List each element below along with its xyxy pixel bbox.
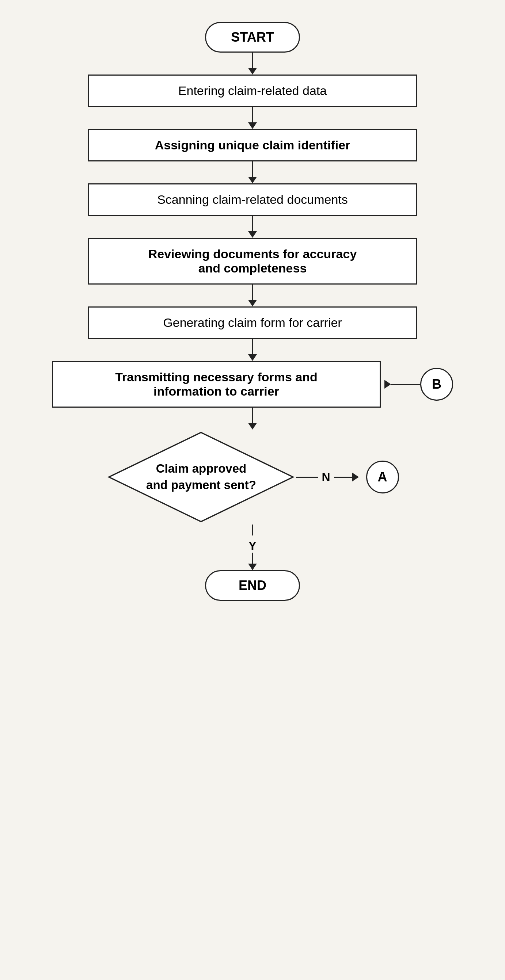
arrow-4 [248, 216, 257, 238]
decision-node: Claim approved and payment sent? [106, 430, 296, 525]
arrow-5 [248, 285, 257, 307]
y-label: Y [249, 539, 256, 553]
step6-row: Transmitting necessary forms and informa… [51, 361, 454, 407]
step4-node: Reviewing documents for accuracy and com… [88, 238, 417, 285]
connector-a: A [366, 461, 399, 493]
decision-row: Claim approved and payment sent? N A [51, 430, 454, 525]
step2-label: Assigning unique claim identifier [155, 138, 350, 152]
step6-node: Transmitting necessary forms and informa… [52, 361, 381, 407]
n-label: N [322, 471, 330, 484]
end-label: END [239, 578, 266, 593]
step1-label: Entering claim-related data [178, 84, 327, 97]
b-label: B [432, 377, 441, 392]
start-label: START [231, 30, 274, 45]
step5-node: Generating claim form for carrier [88, 307, 417, 339]
end-node: END [205, 570, 300, 601]
decision-label1: Claim approved [146, 461, 256, 477]
step5-label: Generating claim form for carrier [163, 316, 342, 329]
step1-node: Entering claim-related data [88, 75, 417, 107]
decision-label2: and payment sent? [146, 477, 256, 493]
a-label: A [378, 469, 387, 485]
arrow-2 [248, 107, 257, 129]
connector-b: B [420, 368, 453, 401]
start-node: START [205, 22, 300, 52]
step4-label2: and completeness [104, 261, 401, 275]
arrow-1 [248, 52, 257, 75]
step3-node: Scanning claim-related documents [88, 183, 417, 216]
b-connector-group: B [384, 368, 453, 401]
step6-label2: information to carrier [68, 384, 365, 398]
arrow-3 [248, 161, 257, 183]
step3-label: Scanning claim-related documents [157, 192, 348, 206]
step4-label: Reviewing documents for accuracy [104, 247, 401, 261]
n-connector-group: N A [296, 461, 399, 493]
step6-label1: Transmitting necessary forms and [68, 370, 365, 384]
flowchart: START Entering claim-related data Assign… [0, 0, 505, 980]
yes-branch: Y [248, 525, 257, 570]
arrow-6 [248, 339, 257, 361]
arrow-7 [248, 407, 257, 430]
decision-text: Claim approved and payment sent? [146, 461, 256, 493]
step2-node: Assigning unique claim identifier [88, 129, 417, 161]
